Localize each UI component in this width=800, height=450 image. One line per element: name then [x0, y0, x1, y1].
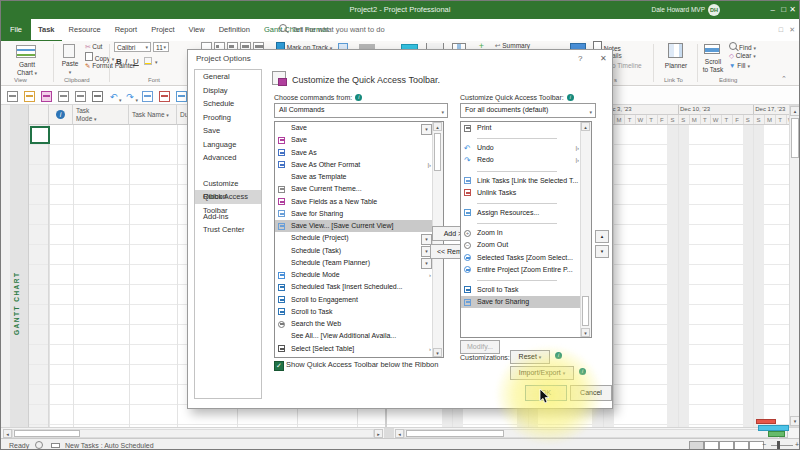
table-hscrollbar[interactable] — [12, 429, 374, 438]
command-item[interactable]: Schedule Mode› — [275, 269, 433, 281]
command-item[interactable]: ↶Undo|› — [461, 142, 581, 154]
command-item[interactable]: Selected Tasks [Zoom Select... — [461, 252, 581, 264]
table-hscroll-thumb[interactable] — [14, 430, 80, 437]
import-export-button[interactable]: Import/Export ▾ — [510, 366, 574, 380]
gantt-chart-view-icon[interactable] — [689, 441, 704, 450]
choose-commands-dropdown[interactable]: All Commands▾ — [274, 103, 448, 118]
link-tasks-icon[interactable] — [142, 91, 153, 102]
row-header-column[interactable] — [29, 125, 49, 427]
chart-hscrollbar[interactable] — [404, 429, 778, 438]
category-general[interactable]: General — [195, 70, 261, 84]
task-mode-column-header[interactable]: TaskMode ▾ — [73, 105, 129, 125]
command-item[interactable]: Save — [275, 134, 433, 146]
cancel-button[interactable]: Cancel — [570, 385, 612, 401]
clear-button[interactable]: ◇ Clear ▾ — [729, 52, 756, 60]
close-button[interactable]: ✕ — [789, 5, 796, 14]
resource-sheet-view-icon[interactable] — [734, 441, 749, 450]
qat-scroll-thumb[interactable] — [582, 296, 589, 326]
doc-close-icon[interactable]: ✕ — [789, 26, 795, 34]
list-scroll-down[interactable]: ▾ — [433, 348, 442, 357]
scroll-down-arrow[interactable]: ▾ — [790, 416, 800, 426]
command-item[interactable]: −Zoom Out — [461, 239, 581, 251]
category-display[interactable]: Display — [195, 84, 261, 98]
modify-button[interactable]: Modify... — [460, 340, 500, 354]
category-advanced[interactable]: Advanced — [195, 151, 261, 165]
command-item[interactable]: Save as Template — [275, 171, 433, 183]
gantt-bar-red[interactable] — [756, 419, 776, 424]
command-item[interactable]: Scroll to Task — [461, 284, 581, 296]
zoom-in-button[interactable]: + — [795, 441, 799, 448]
category-add-ins[interactable]: Add-ins — [195, 210, 261, 224]
format-painter-button[interactable]: ✎ Format Painter — [85, 62, 135, 70]
restore-button[interactable]: □ — [781, 5, 786, 14]
tab-file[interactable]: File — [1, 19, 31, 41]
print-icon[interactable] — [92, 91, 103, 102]
active-cell[interactable] — [30, 126, 50, 144]
undo-icon[interactable]: ↶ — [109, 93, 118, 102]
command-item[interactable]: Scroll to Task — [275, 306, 433, 318]
bold-button[interactable]: B — [116, 57, 122, 66]
underline-button[interactable]: U — [133, 57, 139, 66]
qat-scroll-up[interactable]: ▴ — [581, 122, 590, 131]
tab-definition[interactable]: Definition — [212, 19, 257, 40]
command-item[interactable]: Assign Resources... — [461, 207, 581, 219]
fill-button[interactable]: ▼ Fill ▾ — [729, 62, 750, 69]
menu-arrow[interactable]: ▾ — [136, 97, 139, 103]
submenu-box-icon[interactable]: ▾ — [421, 124, 432, 135]
category-language[interactable]: Language — [195, 138, 261, 152]
font-name-select[interactable]: Calibri ▾ — [114, 42, 151, 52]
find-button[interactable]: Find ▾ — [729, 42, 756, 51]
dialog-close-icon[interactable]: ✕ — [600, 54, 607, 63]
command-item[interactable]: Schedule (Project)▾ — [275, 232, 433, 244]
chart-hscroll-thumb[interactable] — [406, 430, 504, 437]
redo-icon[interactable]: ↷ — [126, 93, 135, 102]
task-usage-view-icon[interactable] — [704, 441, 719, 450]
font-size-select[interactable]: 11 ▾ — [153, 42, 169, 52]
doc-restore-icon[interactable]: □ — [779, 26, 783, 33]
command-item[interactable]: ↷Redo|› — [461, 154, 581, 166]
category-proofing[interactable]: Proofing — [195, 111, 261, 125]
command-item[interactable]: Save for Sharing — [275, 208, 433, 220]
new-window-icon[interactable] — [58, 91, 69, 102]
tab-view[interactable]: View — [182, 19, 212, 40]
italic-button[interactable]: I — [125, 57, 127, 66]
menu-arrow[interactable]: ▾ — [119, 97, 122, 103]
qat-list-scrollbar[interactable]: ▴ ▾ — [580, 122, 591, 337]
new-file-icon[interactable] — [7, 91, 18, 102]
vertical-scroll-thumb[interactable] — [791, 118, 799, 158]
list-scroll-up[interactable]: ▴ — [433, 122, 442, 131]
table-scroll-right-arrow[interactable]: ▸ — [374, 429, 383, 438]
zoom-out-button[interactable]: − — [762, 441, 766, 448]
tab-task[interactable]: Task — [31, 19, 62, 42]
gantt-bar-green[interactable] — [768, 431, 785, 437]
open-file-icon[interactable] — [24, 91, 35, 102]
reset-button[interactable]: Reset ▾ — [510, 350, 550, 364]
save-icon[interactable] — [41, 91, 52, 102]
tab-resource[interactable]: Resource — [62, 19, 108, 40]
category-save[interactable]: Save — [195, 124, 261, 138]
zoom-slider-track[interactable] — [771, 445, 793, 446]
vertical-scrollbar[interactable]: ▴ ▾ — [789, 105, 800, 427]
category-schedule[interactable]: Schedule — [195, 97, 261, 111]
indicator-column-header[interactable]: i — [49, 105, 73, 125]
table-scroll-left-arrow[interactable]: ◂ — [3, 429, 12, 438]
add-to-timeline-fragment[interactable]: o Timeline — [612, 62, 642, 69]
category-customize-ribbon[interactable]: Customize Ribbon — [195, 177, 261, 191]
collapse-ribbon-icon[interactable]: ⌃ — [781, 75, 787, 83]
command-item[interactable]: Select [Select Table]› — [275, 343, 433, 355]
tab-report[interactable]: Report — [108, 19, 145, 40]
tell-me-search[interactable]: Tell me what you want to do — [279, 19, 385, 41]
account-name[interactable]: Dale Howard MVP — [652, 6, 705, 13]
font-color-menu-arrow[interactable]: ▾ — [155, 59, 158, 65]
command-item[interactable]: Scroll to Engagement — [275, 294, 433, 306]
command-item[interactable]: Search the Web — [275, 318, 433, 330]
command-item[interactable]: Print — [461, 122, 581, 134]
command-item[interactable]: Unlink Tasks — [461, 187, 581, 199]
command-item[interactable]: Save As — [275, 147, 433, 159]
command-item[interactable]: Schedule (Task)▾ — [275, 245, 433, 257]
command-item[interactable]: +Zoom In — [461, 227, 581, 239]
select-all-cell[interactable] — [29, 105, 49, 125]
minimize-button[interactable]: – — [771, 5, 775, 14]
unlink-tasks-icon[interactable] — [159, 91, 170, 102]
dialog-help-icon[interactable]: ? — [578, 54, 582, 63]
